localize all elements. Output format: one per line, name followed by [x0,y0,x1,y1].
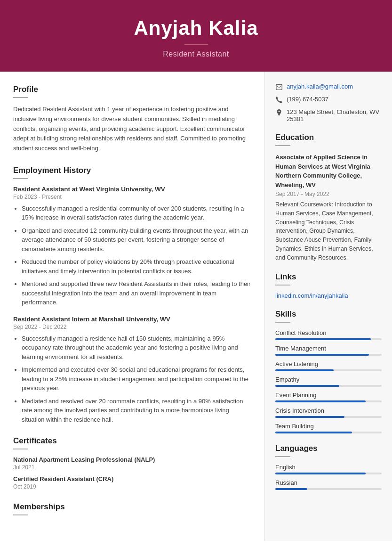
skill-bar-fill-6 [275,432,352,433]
edu-dates: Sep 2017 - May 2022 [275,191,382,197]
contact-address: 123 Maple Street, Charleston, WV 25301 [275,108,382,122]
skill-item-5: Crisis Intervention [275,407,382,418]
skill-item-3: Empathy [275,376,382,387]
education-underline [275,145,290,146]
skills-container: Conflict Resolution Time Management Acti… [275,329,382,433]
languages-container: English Russian [275,464,382,490]
skill-bar-fill-3 [275,385,339,387]
skill-bar-bg-3 [275,385,382,387]
body-row: Profile Dedicated Resident Assistant wit… [0,72,392,541]
profile-section: Profile Dedicated Resident Assistant wit… [13,85,251,154]
profile-underline [13,97,28,98]
lang-item-1: Russian [275,479,382,490]
skill-bar-fill-4 [275,400,366,402]
bullet-1-2: Organized and executed 12 community-buil… [22,226,251,254]
skill-bar-bg-2 [275,369,382,371]
skill-bar-bg-6 [275,432,382,433]
certificates-underline [13,449,28,449]
employment-section: Employment History Resident Assistant at… [13,166,251,424]
skill-bar-bg-0 [275,338,382,340]
skill-bar-fill-5 [275,416,344,418]
header-divider [184,44,208,45]
cert-date-1: Jul 2021 [13,464,251,471]
skill-label-2: Active Listening [275,360,382,367]
memberships-underline [13,514,28,515]
lang-bar-fill-0 [275,473,366,474]
phone-icon [275,96,283,104]
linkedin-link[interactable]: linkedin.com/in/anyjahkalia [275,292,348,299]
skill-bar-fill-0 [275,338,371,340]
skill-item-6: Team Building [275,423,382,433]
skill-item-4: Event Planning [275,392,382,402]
skills-underline [275,322,290,323]
skill-label-4: Event Planning [275,392,382,399]
bullet-1-1: Successfully managed a residential commu… [22,204,251,222]
job-entry-2: Resident Assistant Intern at Marshall Un… [13,316,251,424]
bullet-2-1: Successfully managed a residence hall of… [22,334,251,362]
candidate-title: Resident Assistant [9,50,383,58]
cert-date-2: Oct 2019 [13,483,251,490]
education-section: Education Associate of Applied Science i… [275,133,382,262]
bullet-2-2: Implemented and executed over 30 social … [22,365,251,393]
left-column: Profile Dedicated Resident Assistant wit… [0,72,265,541]
right-column: anyjah.kalia@gmail.com (199) 674-5037 12… [265,72,392,541]
skill-bar-bg-5 [275,416,382,418]
job-bullets-2: Successfully managed a residence hall of… [13,334,251,424]
lang-item-0: English [275,464,382,474]
skill-bar-fill-2 [275,369,334,371]
links-underline [275,285,290,286]
employment-underline [13,178,28,179]
certificates-section: Certificates National Apartment Leasing … [13,436,251,490]
memberships-title: Memberships [13,502,251,512]
employment-title: Employment History [13,166,251,175]
resume-wrapper: Anyjah Kalia Resident Assistant Profile … [0,0,392,555]
languages-title: Languages [275,444,382,453]
links-section: Links linkedin.com/in/anyjahkalia [275,272,382,299]
memberships-section: Memberships [13,502,251,515]
job-title-2: Resident Assistant Intern at Marshall Un… [13,316,251,323]
links-title: Links [275,272,382,282]
job-dates-1: Feb 2023 - Present [13,194,251,200]
job-bullets-1: Successfully managed a residential commu… [13,204,251,307]
skill-label-3: Empathy [275,376,382,383]
header: Anyjah Kalia Resident Assistant [0,0,392,72]
edu-coursework: Relevant Coursework: Introduction to Hum… [275,200,382,262]
profile-text: Dedicated Resident Assistant with 1 year… [13,105,251,154]
location-icon [275,109,283,116]
skill-item-1: Time Management [275,345,382,356]
lang-bar-bg-0 [275,473,382,474]
lang-bar-bg-1 [275,488,382,490]
skill-bar-fill-1 [275,354,369,356]
lang-bar-fill-1 [275,488,307,490]
bullet-2-3: Mediated and resolved over 20 roommate c… [22,397,251,424]
languages-section: Languages English Russian [275,444,382,490]
job-dates-2: Sep 2022 - Dec 2022 [13,324,251,330]
skill-label-0: Conflict Resolution [275,329,382,336]
skills-title: Skills [275,310,382,319]
contact-email: anyjah.kalia@gmail.com [275,83,382,91]
skill-label-1: Time Management [275,345,382,352]
email-link[interactable]: anyjah.kalia@gmail.com [287,83,353,90]
lang-label-1: Russian [275,479,382,486]
contact-phone: (199) 674-5037 [275,96,382,104]
address-text: 123 Maple Street, Charleston, WV 25301 [287,108,382,122]
job-entry-1: Resident Assistant at West Virginia Univ… [13,186,251,307]
cert-title-1: National Apartment Leasing Professional … [13,456,251,463]
skill-label-5: Crisis Intervention [275,407,382,414]
skill-item-2: Active Listening [275,360,382,371]
certificates-title: Certificates [13,436,251,446]
cert-1: National Apartment Leasing Professional … [13,456,251,471]
phone-text: (199) 674-5037 [287,96,328,103]
cert-2: Certified Resident Assistant (CRA) Oct 2… [13,475,251,490]
candidate-name: Anyjah Kalia [9,17,383,40]
skill-bar-bg-4 [275,400,382,402]
bullet-1-3: Reduced the number of policy violations … [22,257,251,276]
bullet-1-4: Mentored and supported three new Residen… [22,279,251,307]
lang-label-0: English [275,464,382,471]
email-icon [275,83,283,91]
cert-title-2: Certified Resident Assistant (CRA) [13,475,251,482]
skill-label-6: Team Building [275,423,382,430]
languages-underline [275,456,290,457]
education-title: Education [275,133,382,142]
skill-item-0: Conflict Resolution [275,329,382,340]
